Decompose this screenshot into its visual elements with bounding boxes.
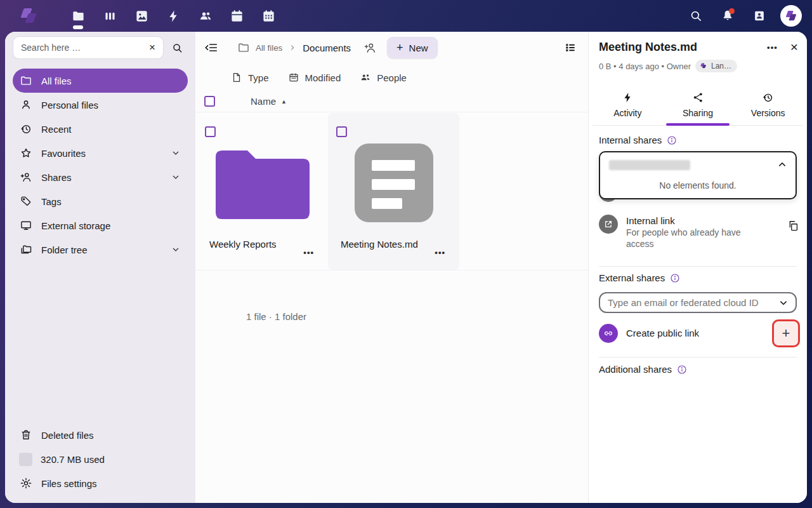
app-files[interactable]	[62, 0, 94, 32]
dashboard-icon	[103, 9, 117, 23]
user-avatar-button[interactable]	[775, 0, 807, 32]
tag-icon	[20, 195, 32, 208]
app-contacts[interactable]	[189, 0, 221, 32]
file-tile-weekly-reports[interactable]: Weekly Reports •••	[197, 113, 328, 270]
sidebar-item-personal-files[interactable]: Personal files	[13, 93, 188, 117]
logo-icon	[700, 63, 707, 69]
sidebar-item-folder-tree[interactable]: Folder tree	[13, 237, 188, 262]
trash-icon	[20, 429, 32, 441]
sort-by-name-header[interactable]: Name ▲	[251, 96, 287, 107]
sidebar-search-button[interactable]	[166, 36, 188, 59]
top-bar	[0, 0, 812, 32]
info-icon[interactable]	[677, 364, 687, 375]
internal-share-search-dropdown[interactable]: No elements found.	[599, 151, 797, 199]
file-tile-meeting-notes[interactable]: Meeting Notes.md •••	[328, 113, 459, 270]
filter-type[interactable]: Type	[231, 72, 269, 83]
close-icon[interactable]: ×	[790, 39, 798, 55]
sidebar-item-label: Recent	[41, 124, 72, 135]
history-restore-icon	[762, 91, 774, 104]
list-view-toggle-button[interactable]	[564, 41, 577, 54]
panel-tabs: Activity Sharing Versions	[593, 84, 803, 126]
app-activity[interactable]	[157, 0, 189, 32]
file-actions-menu[interactable]: •••	[435, 248, 445, 257]
additional-shares-heading: Additional shares	[599, 364, 687, 375]
tab-label: Activity	[613, 108, 641, 118]
sidebar-item-all-files[interactable]: All files	[13, 69, 188, 93]
select-all-checkbox[interactable]	[204, 96, 215, 107]
files-sidebar: × All files Personal files Recent	[5, 32, 195, 503]
sharing-tab-content: Internal shares ••• Others with access N…	[589, 127, 807, 503]
external-share-input-box	[599, 292, 797, 313]
info-icon[interactable]	[667, 135, 677, 145]
breadcrumb-all-files[interactable]: All files	[237, 41, 282, 54]
document-icon	[355, 144, 433, 222]
calendar-icon	[230, 9, 244, 23]
sidebar-item-label: Personal files	[41, 100, 98, 110]
folders-icon	[20, 243, 32, 256]
tab-activity[interactable]: Activity	[593, 84, 663, 125]
app-calendar-grid[interactable]	[252, 0, 284, 32]
chevron-down-icon[interactable]	[778, 297, 789, 309]
file-actions-menu[interactable]: •••	[303, 248, 314, 257]
share-folder-button[interactable]	[363, 41, 377, 55]
owner-badge[interactable]: Lan…	[695, 60, 737, 72]
filter-people[interactable]: People	[360, 72, 407, 83]
chevron-up-icon[interactable]	[776, 159, 788, 170]
sidebar-item-recent[interactable]: Recent	[13, 117, 188, 141]
sidebar-search-box: ×	[13, 36, 164, 59]
panel-title: Meeting Notes.md	[599, 41, 697, 54]
app-photos[interactable]	[126, 0, 157, 32]
calendar-grid-icon	[261, 9, 276, 23]
internal-link-title: Internal link	[626, 215, 753, 227]
tab-label: Sharing	[683, 108, 713, 118]
panel-actions-menu[interactable]: •••	[767, 43, 778, 52]
filter-modified[interactable]: Modified	[288, 72, 341, 83]
sidebar-item-label: All files	[41, 76, 72, 86]
search-input[interactable]	[21, 43, 144, 53]
person-icon	[20, 98, 32, 111]
calendar-icon	[288, 72, 299, 83]
chevron-down-icon	[171, 244, 181, 255]
section-divider	[599, 357, 797, 358]
search-icon	[171, 42, 183, 54]
copy-link-button[interactable]	[787, 220, 799, 232]
external-shares-heading: External shares	[599, 272, 680, 283]
chevron-right-icon	[288, 43, 297, 52]
internal-link-row[interactable]: Internal link For people who already hav…	[599, 215, 799, 250]
create-public-link-add-button[interactable]: +	[772, 319, 800, 347]
sidebar-item-files-settings[interactable]: Files settings	[13, 471, 188, 495]
info-icon[interactable]	[670, 273, 680, 283]
star-icon	[20, 147, 32, 159]
contacts-menu-button[interactable]	[743, 0, 775, 32]
notifications-button[interactable]	[712, 0, 743, 32]
collapse-sidebar-button[interactable]	[204, 41, 218, 55]
sidebar-item-favourites[interactable]: Favourites	[13, 141, 188, 165]
global-search-button[interactable]	[680, 0, 712, 32]
chevron-down-icon	[171, 172, 181, 182]
sidebar-item-external-storage[interactable]: External storage	[13, 213, 188, 237]
clear-search-button[interactable]: ×	[144, 41, 160, 54]
nextcloud-logo[interactable]	[0, 8, 57, 24]
section-title: External shares	[599, 272, 665, 283]
folder-icon	[20, 74, 32, 87]
create-public-link-row[interactable]: Create public link +	[599, 319, 800, 347]
app-calendar[interactable]	[221, 0, 252, 32]
tab-label: Versions	[751, 108, 785, 118]
gear-icon	[20, 477, 32, 490]
sidebar-item-deleted-files[interactable]: Deleted files	[13, 423, 188, 447]
files-summary: 1 file · 1 folder	[246, 311, 306, 322]
new-button-label: New	[409, 43, 428, 53]
create-public-link-label: Create public link	[626, 319, 699, 347]
tab-versions[interactable]: Versions	[733, 84, 803, 125]
tab-sharing[interactable]: Sharing	[663, 84, 733, 125]
new-button[interactable]: + New	[387, 37, 438, 58]
sidebar-item-label: Shares	[41, 172, 72, 183]
app-dashboard[interactable]	[94, 0, 126, 32]
copy-icon	[787, 220, 799, 232]
breadcrumb-root-label: All files	[256, 43, 282, 53]
external-share-input[interactable]	[608, 297, 778, 308]
file-meta-text: 0 B • 4 days ago • Owner	[599, 62, 691, 71]
sidebar-item-shares[interactable]: Shares	[13, 165, 188, 189]
sidebar-item-tags[interactable]: Tags	[13, 189, 188, 213]
panel-meta: 0 B • 4 days ago • Owner Lan…	[599, 60, 737, 72]
